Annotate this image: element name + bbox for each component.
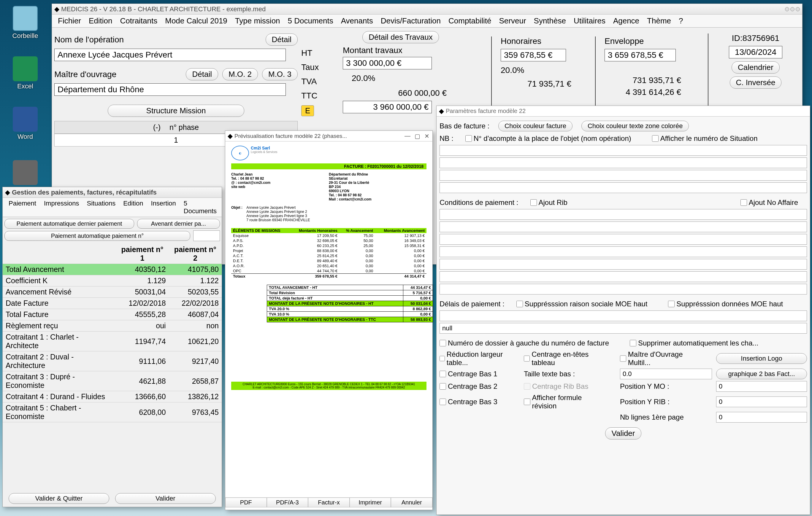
mo2-button[interactable]: M.O. 2 <box>222 68 258 80</box>
chk-red-largeur[interactable]: Réduction largeur table... <box>439 350 511 367</box>
detail-travaux-button[interactable]: Détail des Travaux <box>362 31 439 43</box>
nb-input-1[interactable] <box>439 145 807 156</box>
chk-rib[interactable]: Ajout Rib <box>530 199 568 207</box>
table-row[interactable]: Cotraitant 1 : Charlet - Architecte11947… <box>3 332 222 352</box>
chk-centrage-entetes[interactable]: Centrage en-têtes tableau <box>524 350 607 367</box>
phase-value[interactable]: 1 <box>174 136 178 144</box>
chk-formule[interactable]: Afficher formule révision <box>524 394 607 410</box>
menu-fichier[interactable]: Fichier <box>55 16 84 26</box>
desktop-icon-trash[interactable]: Corbeille <box>9 6 41 40</box>
menu-theme[interactable]: Thème <box>644 16 674 26</box>
menu-documents[interactable]: 5 Documents <box>181 199 220 216</box>
menu-situations[interactable]: Situations <box>84 199 119 216</box>
honoraires-value[interactable]: 359 678,55 € <box>501 49 566 61</box>
delais-input-1[interactable] <box>439 310 807 321</box>
facturx-button[interactable]: Factur-x <box>308 497 350 507</box>
table-row[interactable]: Coefficient K1.1291.122 <box>3 275 222 286</box>
table-row[interactable]: Total Avancement40350,1241075,80 <box>3 264 222 275</box>
desktop-icon-excel[interactable]: Excel <box>9 56 41 90</box>
chk-situation[interactable]: Afficher le numéro de Situation <box>652 134 758 143</box>
window-max-icon[interactable]: ▢ <box>415 132 420 140</box>
enveloppe-value[interactable]: 3 659 678,55 € <box>605 49 676 61</box>
e-button[interactable]: E <box>301 105 314 116</box>
chk-supp-moe-haut2[interactable]: Supprésssion données MOE haut <box>668 300 783 308</box>
menu-edition[interactable]: Edition <box>120 199 146 216</box>
chk-dossier-gauche[interactable]: Numéro de dossier à gauche du numéro de … <box>439 339 609 347</box>
pdf-button[interactable]: PDF <box>225 497 267 507</box>
graphique-button[interactable]: graphique 2 bas Fact... <box>716 369 807 379</box>
chk-supp-moe-haut[interactable]: Supprésssion raison sociale MOE haut <box>516 300 647 308</box>
col-paiement2[interactable]: paiement n° 2 <box>169 244 222 264</box>
titlebar[interactable]: ◆ Gestion des paiements, factures, récap… <box>3 187 222 198</box>
taille-texte-input[interactable] <box>620 369 712 379</box>
menu-paiement[interactable]: Paiement <box>6 199 39 216</box>
montant-travaux-value[interactable]: 3 300 000,00 € <box>343 57 432 69</box>
structure-mission-button[interactable]: Structure Mission <box>108 105 244 117</box>
table-row[interactable]: Règlement reçuouinon <box>3 320 222 332</box>
choix-couleur-button[interactable]: Choix couleur facture <box>498 121 573 131</box>
detail-operation-button[interactable]: Détail <box>266 33 298 46</box>
col-paiement1[interactable]: paiement n° 1 <box>116 244 169 264</box>
menu-impressions[interactable]: Impressions <box>41 199 82 216</box>
chk-mo-multi[interactable]: Maître d'Ouvrage Multil... <box>620 350 703 367</box>
ttc-value-travaux[interactable]: 3 960 000,00 € <box>343 101 432 113</box>
cond-input-5[interactable] <box>439 259 807 270</box>
valider-button[interactable]: Valider <box>115 493 216 504</box>
chk-bas1[interactable]: Centrage Bas 1 <box>439 370 511 378</box>
avenant-last-button[interactable]: Avenant dernier pa... <box>137 219 220 229</box>
menu-cotraitants[interactable]: Cotraitants <box>117 16 161 26</box>
window-close-icon[interactable] <box>796 7 800 11</box>
cinversee-button[interactable]: C. Inversée <box>730 77 782 89</box>
table-row[interactable]: Date Facture12/02/201822/02/2018 <box>3 298 222 309</box>
payment-num-input[interactable] <box>193 231 220 241</box>
valider-quitter-button[interactable]: Valider & Quitter <box>9 493 109 504</box>
auto-last-payment-button[interactable]: Paiement automatique dernier paiement <box>4 219 134 229</box>
table-row[interactable]: Cotraitant 3 : Dupré - Economiste4621,88… <box>3 371 222 391</box>
cond-input-4[interactable] <box>439 246 807 257</box>
menu-avenants[interactable]: Avenants <box>338 16 376 26</box>
insertion-logo-button[interactable]: Insertion Logo <box>716 353 807 364</box>
menu-utilitaires[interactable]: Utilitaires <box>571 16 608 26</box>
menu-type-mission[interactable]: Type mission <box>232 16 283 26</box>
chk-acompte[interactable]: N° d'acompte à la place de l'objet (nom … <box>465 134 631 143</box>
titlebar[interactable]: ◆ Paramètres facture modèle 22 <box>437 106 810 117</box>
menu-edition[interactable]: Edition <box>86 16 115 26</box>
menu-mode-calcul[interactable]: Mode Calcul 2019 <box>162 16 230 26</box>
auto-payment-num-button[interactable]: Paiement automatique paiement n° <box>4 231 190 241</box>
params-valider-button[interactable]: Valider <box>605 427 641 439</box>
chk-bas2[interactable]: Centrage Bas 2 <box>439 382 511 391</box>
choix-couleur-texte-button[interactable]: Choix couleur texte zone colorée <box>581 121 689 131</box>
chk-bas3[interactable]: Centrage Bas 3 <box>439 398 511 406</box>
menu-insertion[interactable]: Insertion <box>148 199 179 216</box>
desktop-icon-unknown[interactable] <box>9 160 41 186</box>
menu-documents[interactable]: 5 Documents <box>285 16 336 26</box>
menu-synthese[interactable]: Synthèse <box>531 16 569 26</box>
cond-input-3[interactable] <box>439 234 807 245</box>
table-row[interactable]: Cotraitant 5 : Chabert - Economiste6208,… <box>3 402 222 422</box>
cond-input-1[interactable] <box>439 209 807 220</box>
cond-input-2[interactable] <box>439 221 807 232</box>
annuler-button[interactable]: Annuler <box>391 497 432 507</box>
table-row[interactable]: Avancement Révisé50031,0450203,55 <box>3 286 222 298</box>
titlebar[interactable]: ◆ Prévisualisation facture modèle 22 (ph… <box>225 131 432 142</box>
imprimer-button[interactable]: Imprimer <box>350 497 391 507</box>
menu-serveur[interactable]: Serveur <box>496 16 529 26</box>
window-close-icon[interactable]: ✕ <box>425 132 430 140</box>
delais-input-2[interactable] <box>439 323 807 334</box>
detail-mo-button[interactable]: Détail <box>186 68 218 80</box>
menu-agence[interactable]: Agence <box>610 16 642 26</box>
window-max-icon[interactable] <box>790 7 794 11</box>
menu-compta[interactable]: Comptabilité <box>445 16 494 26</box>
nb-input-3[interactable] <box>439 170 807 181</box>
desktop-icon-word[interactable]: Word <box>9 107 41 141</box>
mo3-button[interactable]: M.O. 3 <box>262 68 298 80</box>
nb-input-4[interactable] <box>439 182 807 193</box>
table-row[interactable]: Cotraitant 4 : Durand - Fluides13666,601… <box>3 391 222 402</box>
menu-devis[interactable]: Devis/Facturation <box>378 16 444 26</box>
chk-affaire[interactable]: Ajout No Affaire <box>741 199 798 207</box>
window-min-icon[interactable] <box>785 7 789 11</box>
table-row[interactable]: Total Facture45555,2846087,04 <box>3 309 222 320</box>
mo-value[interactable]: Département du Rhône <box>54 83 286 96</box>
titlebar[interactable]: ◆ MEDICIS 26 - V 26.18 B - CHARLET ARCHI… <box>52 4 802 14</box>
cond-input-6[interactable] <box>439 271 807 282</box>
